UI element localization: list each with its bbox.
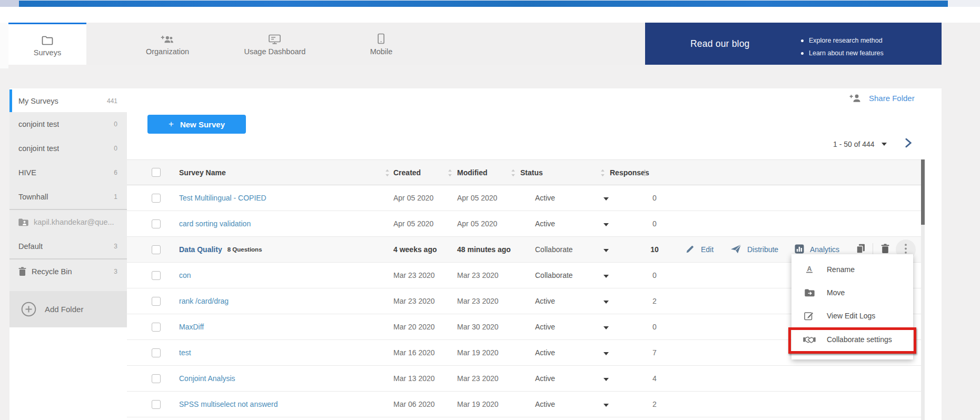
sidebar-item-default[interactable]: Default3 <box>9 234 127 258</box>
edit-button[interactable]: Edit <box>685 237 714 262</box>
survey-name-text: Conjoint Analysis <box>179 374 235 383</box>
tab-label: Mobile <box>370 47 393 56</box>
row-checkbox[interactable] <box>152 374 161 383</box>
modified-value: Mar 30 2020 <box>457 323 499 331</box>
table-row: SPSS multiselect not answerdMar 06 2020M… <box>127 392 925 417</box>
sidebar-item-kapil-khandekar-que[interactable]: kapil.khandekar@que... <box>9 210 127 234</box>
status-dropdown-caret[interactable] <box>603 392 609 417</box>
share-folder-button[interactable]: Share Folder <box>849 94 915 103</box>
survey-name-text: Data Quality <box>179 245 222 254</box>
column-header-survey-name[interactable]: Survey Name <box>179 160 226 185</box>
created-value: Apr 05 2020 <box>393 219 433 228</box>
blog-banner-link[interactable]: Read our blog Explore research method Le… <box>645 23 942 65</box>
status-dropdown-caret[interactable] <box>603 211 609 236</box>
header-spacer <box>0 7 980 23</box>
tab-organization[interactable]: Organization <box>146 23 189 65</box>
survey-name-link[interactable]: Test Multilingual - COPIED <box>179 185 266 211</box>
survey-name-link[interactable]: test <box>179 340 191 365</box>
status-dropdown-value: Active <box>535 340 555 365</box>
row-checkbox[interactable] <box>152 271 161 280</box>
responses-cell: 0 <box>646 263 664 288</box>
column-header-modified[interactable]: Modified <box>457 160 488 185</box>
status-dropdown-caret[interactable] <box>603 237 609 262</box>
menu-item-rename[interactable]: ARename <box>791 258 913 281</box>
sort-icon[interactable] <box>448 160 452 185</box>
survey-name-text: rank /card/drag <box>179 297 229 305</box>
pagination-range-dropdown[interactable]: 1 - 50 of 444 <box>833 138 887 150</box>
folder-sidebar: My Surveys441conjoint test0conjoint test… <box>9 88 127 420</box>
survey-name-link[interactable]: con <box>179 263 191 288</box>
new-survey-button[interactable]: + New Survey <box>147 115 246 134</box>
status-dropdown-caret[interactable] <box>603 263 609 288</box>
add-folder-button[interactable]: Add Folder <box>9 291 127 327</box>
status-dropdown-caret[interactable] <box>603 288 609 314</box>
status-dropdown-caret[interactable] <box>603 185 609 211</box>
status-dropdown-value: Collaborate <box>535 263 573 288</box>
tab-surveys[interactable]: Surveys <box>8 23 86 65</box>
sort-icon[interactable] <box>600 160 605 185</box>
menu-item-view-edit-logs[interactable]: View Edit Logs <box>791 304 913 327</box>
sidebar-item-hive[interactable]: HIVE6 <box>9 161 127 185</box>
row-checkbox[interactable] <box>152 194 161 203</box>
group-add-icon <box>161 32 175 44</box>
sidebar-item-my-surveys[interactable]: My Surveys441 <box>9 89 127 112</box>
modified-value: Apr 05 2020 <box>457 194 497 202</box>
status-dropdown-caret[interactable] <box>603 340 609 365</box>
survey-name-link[interactable]: SPSS multiselect not answerd <box>179 392 278 417</box>
modified-value: Mar 19 2020 <box>457 348 499 357</box>
pencil-icon <box>685 244 695 255</box>
caret-down-icon <box>603 219 609 228</box>
survey-name-link[interactable]: Data Quality8 Questions <box>179 237 262 262</box>
row-checkbox[interactable] <box>152 219 161 228</box>
modified-cell: Mar 23 2020 <box>457 288 499 314</box>
created-cell: Apr 05 2020 <box>393 185 433 211</box>
caret-down-icon <box>882 143 887 146</box>
survey-name-link[interactable]: card sorting validation <box>179 211 251 236</box>
add-folder-label: Add Folder <box>45 305 83 314</box>
tab-mobile[interactable]: Mobile <box>370 23 393 65</box>
sidebar-item-conjoint-test[interactable]: conjoint test0 <box>9 112 127 136</box>
trash-icon <box>18 267 26 276</box>
sidebar-item-count: 3 <box>111 268 117 275</box>
table-scrollbar-track[interactable] <box>921 159 925 420</box>
row-checkbox[interactable] <box>152 297 161 306</box>
sidebar-item-recycle-bin[interactable]: Recycle Bin3 <box>9 259 127 284</box>
distribute-button[interactable]: Distribute <box>730 237 778 262</box>
responses-cell: 0 <box>646 314 664 339</box>
sort-icon[interactable] <box>385 160 390 185</box>
status-dropdown-caret[interactable] <box>603 366 609 391</box>
status-value: Active <box>535 400 555 408</box>
action-label: Distribute <box>747 245 778 254</box>
table-header: Survey Name Created Modified Status Resp… <box>127 159 925 185</box>
status-value: Active <box>535 374 555 383</box>
survey-name-link[interactable]: MaxDiff <box>179 314 204 339</box>
column-header-created[interactable]: Created <box>393 160 421 185</box>
sidebar-item-townhall[interactable]: Townhall1 <box>9 185 127 209</box>
banner-title: Read our blog <box>690 23 750 65</box>
sort-icon[interactable] <box>511 160 516 185</box>
table-scrollbar-thumb[interactable] <box>921 159 925 225</box>
survey-name-link[interactable]: Conjoint Analysis <box>179 366 235 391</box>
menu-item-move[interactable]: Move <box>791 281 913 304</box>
status-dropdown-value: Active <box>535 288 555 314</box>
survey-name-link[interactable]: rank /card/drag <box>179 288 229 314</box>
column-header-status[interactable]: Status <box>520 160 543 185</box>
table-row: card sorting validationApr 05 2020Apr 05… <box>127 211 925 237</box>
survey-name-text: MaxDiff <box>179 323 204 331</box>
survey-name-text: SPSS multiselect not answerd <box>179 400 278 408</box>
tab-usage-dashboard[interactable]: Usage Dashboard <box>244 23 306 65</box>
select-all-checkbox[interactable] <box>152 168 161 177</box>
status-dropdown-caret[interactable] <box>603 314 609 339</box>
sort-icon[interactable] <box>642 160 647 185</box>
row-checkbox[interactable] <box>152 245 161 254</box>
edit-logs-icon <box>803 311 816 321</box>
row-checkbox[interactable] <box>152 400 161 409</box>
sidebar-item-count: 0 <box>111 145 117 152</box>
row-checkbox[interactable] <box>152 323 161 332</box>
next-page-button[interactable] <box>905 138 912 148</box>
circle-plus-icon <box>21 302 36 317</box>
left-edge-spacer <box>0 23 8 68</box>
sidebar-item-conjoint-test[interactable]: conjoint test0 <box>9 136 127 161</box>
menu-item-label: View Edit Logs <box>827 312 875 320</box>
row-checkbox[interactable] <box>152 348 161 357</box>
